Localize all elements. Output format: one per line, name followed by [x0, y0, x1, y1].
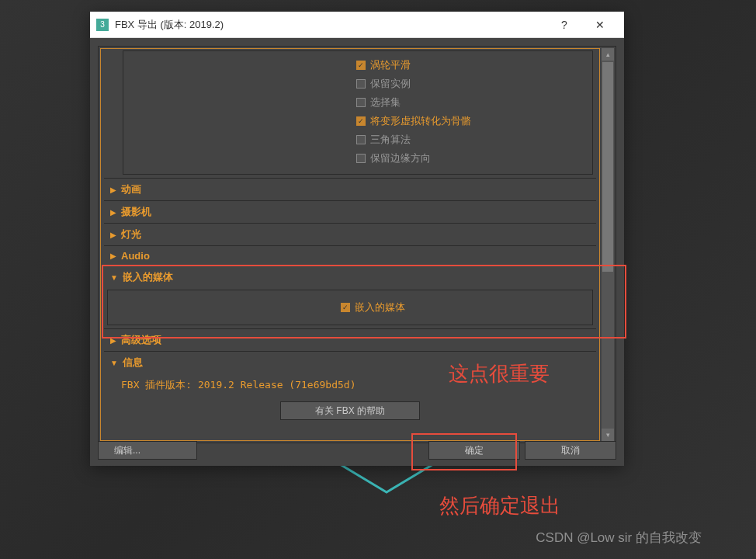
fbx-help-button[interactable]: 有关 FBX 的帮助: [280, 401, 420, 420]
opt-turbo-smooth[interactable]: 涡轮平滑: [123, 56, 592, 75]
app-icon: 3: [96, 19, 109, 31]
opt-keep-instances[interactable]: 保留实例: [123, 75, 592, 93]
ok-button[interactable]: 确定: [428, 441, 520, 460]
section-label: Audio: [121, 250, 150, 262]
checkbox-icon[interactable]: [341, 303, 350, 312]
opt-label: 涡轮平滑: [370, 58, 411, 72]
info-panel: FBX 插件版本: 2019.2 Release (71e69bd5d) 有关 …: [107, 377, 593, 420]
chevron-right-icon: ▶: [110, 336, 116, 345]
opt-selection-sets[interactable]: 选择集: [123, 93, 592, 112]
opt-preserve-edge[interactable]: 保留边缘方向: [123, 149, 592, 168]
section-label: 信息: [123, 356, 143, 370]
chevron-right-icon: ▶: [110, 231, 116, 239]
section-label: 灯光: [121, 227, 141, 241]
options-scroll: 涡轮平滑 保留实例 选择集 将变形虚拟转化为骨骼: [100, 48, 600, 441]
opt-deform-to-bones[interactable]: 将变形虚拟转化为骨骼: [123, 112, 592, 130]
scrollbar[interactable]: ▴ ▾: [602, 48, 614, 441]
section-audio[interactable]: ▶ Audio: [104, 245, 596, 266]
chevron-right-icon: ▶: [110, 208, 116, 217]
checkbox-icon[interactable]: [356, 79, 366, 89]
geometry-options: 涡轮平滑 保留实例 选择集 将变形虚拟转化为骨骼: [123, 50, 593, 175]
checkbox-icon[interactable]: [356, 98, 366, 107]
chevron-right-icon: ▶: [110, 252, 116, 260]
viewport-object: [340, 464, 433, 494]
fbx-export-dialog: 3 FBX 导出 (版本: 2019.2) ? ✕ 涡轮平滑 保留实例: [90, 12, 624, 466]
opt-label: 嵌入的媒体: [355, 300, 405, 314]
edit-button[interactable]: 编辑...: [98, 441, 197, 460]
titlebar: 3 FBX 导出 (版本: 2019.2) ? ✕: [90, 12, 624, 38]
cancel-button[interactable]: 取消: [525, 441, 616, 460]
help-button[interactable]: ?: [546, 12, 582, 37]
chevron-down-icon: ▼: [110, 273, 118, 282]
opt-label: 保留实例: [370, 77, 411, 91]
close-button[interactable]: ✕: [582, 12, 618, 37]
checkbox-icon[interactable]: [356, 116, 366, 126]
section-label: 摄影机: [121, 205, 151, 219]
opt-label: 将变形虚拟转化为骨骼: [370, 114, 471, 128]
checkbox-icon[interactable]: [356, 154, 366, 163]
opt-label: 保留边缘方向: [370, 151, 431, 165]
checkbox-icon[interactable]: [356, 61, 366, 70]
section-light[interactable]: ▶ 灯光: [104, 223, 596, 245]
opt-embed-media[interactable]: 嵌入的媒体: [108, 298, 592, 317]
opt-label: 三角算法: [370, 133, 411, 147]
scroll-up-icon[interactable]: ▴: [602, 48, 614, 61]
section-label: 嵌入的媒体: [123, 270, 173, 284]
section-label: 动画: [121, 182, 141, 196]
embed-media-panel: 嵌入的媒体: [107, 290, 593, 325]
section-animation[interactable]: ▶ 动画: [104, 178, 596, 200]
scroll-down-icon[interactable]: ▾: [602, 429, 614, 441]
window-title: FBX 导出 (版本: 2019.2): [115, 18, 546, 32]
opt-triangulate[interactable]: 三角算法: [123, 130, 592, 149]
plugin-version: FBX 插件版本: 2019.2 Release (71e69bd5d): [107, 377, 593, 394]
chevron-down-icon: ▼: [110, 359, 118, 367]
watermark: CSDN @Low sir 的自我改变: [536, 529, 702, 547]
section-camera[interactable]: ▶ 摄影机: [104, 200, 596, 223]
checkbox-icon[interactable]: [356, 135, 366, 144]
section-advanced[interactable]: ▶ 高级选项: [104, 328, 596, 351]
section-label: 高级选项: [121, 333, 161, 347]
scrollbar-thumb[interactable]: [602, 62, 613, 272]
section-info[interactable]: ▼ 信息: [104, 351, 596, 373]
chevron-right-icon: ▶: [110, 186, 116, 194]
section-embed-media[interactable]: ▼ 嵌入的媒体: [104, 266, 596, 288]
opt-label: 选择集: [370, 95, 401, 109]
